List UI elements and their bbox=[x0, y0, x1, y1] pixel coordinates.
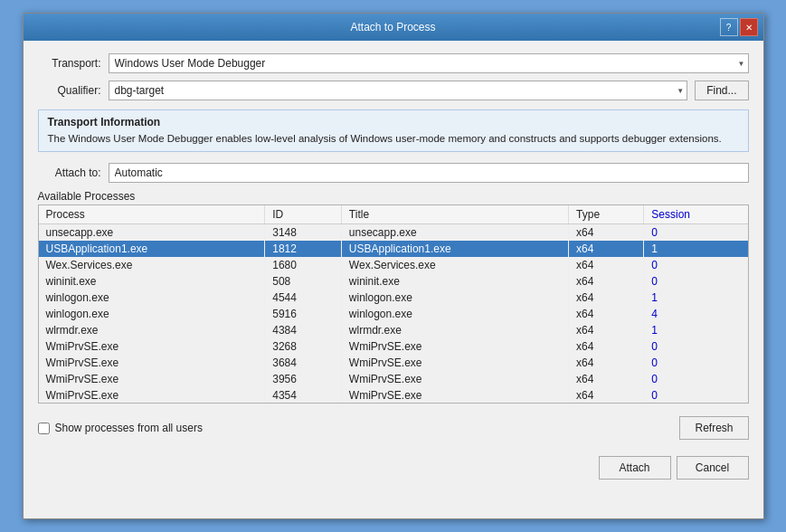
bottom-row: Show processes from all users Refresh bbox=[38, 416, 749, 440]
table-header: Process ID Title Type Session bbox=[39, 205, 748, 224]
transport-dropdown-wrapper: Windows User Mode Debugger ▼ bbox=[109, 53, 749, 73]
attach-to-row: Attach to: bbox=[38, 163, 749, 183]
transport-label: Transport: bbox=[38, 57, 101, 70]
qualifier-label: Qualifier: bbox=[38, 84, 101, 97]
cell-process: USBApplication1.exe bbox=[39, 241, 265, 257]
col-title: Title bbox=[341, 205, 568, 224]
cell-process: WmiPrvSE.exe bbox=[39, 387, 265, 404]
action-buttons: Attach Cancel bbox=[38, 456, 749, 480]
cell-title: wlrmdr.exe bbox=[341, 322, 568, 338]
cell-process: wininit.exe bbox=[39, 273, 265, 290]
cell-id: 3148 bbox=[265, 224, 342, 242]
available-processes-label: Available Processes bbox=[38, 190, 749, 203]
table-row[interactable]: Wex.Services.exe 1680 Wex.Services.exe x… bbox=[39, 257, 748, 273]
process-table-body: unsecapp.exe 3148 unsecapp.exe x64 0 USB… bbox=[39, 224, 748, 404]
cell-title: Wex.Services.exe bbox=[341, 257, 568, 273]
qualifier-dropdown-wrapper: dbg-target ▼ bbox=[109, 81, 688, 100]
col-process: Process bbox=[39, 205, 265, 224]
table-row[interactable]: WmiPrvSE.exe 3684 WmiPrvSE.exe x64 0 bbox=[39, 355, 748, 371]
cell-process: unsecapp.exe bbox=[39, 224, 265, 242]
cell-session: 1 bbox=[644, 290, 748, 306]
cell-type: x64 bbox=[569, 387, 644, 404]
available-processes-section: Available Processes Process ID Title Typ… bbox=[38, 190, 749, 404]
attach-to-input[interactable] bbox=[109, 163, 749, 183]
cell-type: x64 bbox=[569, 273, 644, 290]
close-button[interactable]: ✕ bbox=[740, 18, 758, 36]
col-type: Type bbox=[569, 205, 644, 224]
cell-type: x64 bbox=[569, 224, 644, 242]
dialog-body: Transport: Windows User Mode Debugger ▼ … bbox=[24, 41, 763, 518]
transport-row: Transport: Windows User Mode Debugger ▼ bbox=[38, 53, 749, 73]
show-all-row: Show processes from all users bbox=[38, 422, 203, 434]
cell-type: x64 bbox=[569, 355, 644, 371]
refresh-button[interactable]: Refresh bbox=[679, 416, 748, 440]
cell-title: winlogon.exe bbox=[341, 290, 568, 306]
table-row[interactable]: WmiPrvSE.exe 3268 WmiPrvSE.exe x64 0 bbox=[39, 338, 748, 355]
cell-id: 4384 bbox=[265, 322, 342, 338]
cell-title: WmiPrvSE.exe bbox=[341, 355, 568, 371]
cell-id: 4544 bbox=[265, 290, 342, 306]
cell-title: unsecapp.exe bbox=[341, 224, 568, 242]
cell-session: 0 bbox=[644, 355, 748, 371]
cell-id: 3684 bbox=[265, 355, 342, 371]
table-row[interactable]: WmiPrvSE.exe 4354 WmiPrvSE.exe x64 0 bbox=[39, 387, 748, 404]
cell-id: 4354 bbox=[265, 387, 342, 404]
cell-session: 4 bbox=[644, 306, 748, 322]
cell-process: WmiPrvSE.exe bbox=[39, 355, 265, 371]
cell-id: 1680 bbox=[265, 257, 342, 273]
attach-to-label: Attach to: bbox=[38, 166, 101, 179]
table-row[interactable]: winlogon.exe 4544 winlogon.exe x64 1 bbox=[39, 290, 748, 306]
cell-process: WmiPrvSE.exe bbox=[39, 338, 265, 355]
attach-button[interactable]: Attach bbox=[599, 456, 671, 480]
attach-to-process-dialog: Attach to Process ? ✕ Transport: Windows… bbox=[23, 13, 764, 519]
table-row[interactable]: winlogon.exe 5916 winlogon.exe x64 4 bbox=[39, 306, 748, 322]
cell-id: 5916 bbox=[265, 306, 342, 322]
cell-title: wininit.exe bbox=[341, 273, 568, 290]
cancel-button[interactable]: Cancel bbox=[677, 456, 749, 480]
cell-session: 1 bbox=[644, 322, 748, 338]
show-all-label: Show processes from all users bbox=[55, 422, 203, 434]
cell-process: winlogon.exe bbox=[39, 290, 265, 306]
cell-type: x64 bbox=[569, 306, 644, 322]
cell-title: USBApplication1.exe bbox=[341, 241, 568, 257]
process-table: Process ID Title Type Session unsecapp.e… bbox=[39, 205, 748, 404]
process-table-container[interactable]: Process ID Title Type Session unsecapp.e… bbox=[38, 204, 749, 404]
cell-title: WmiPrvSE.exe bbox=[341, 387, 568, 404]
title-bar: Attach to Process ? ✕ bbox=[24, 14, 763, 41]
cell-id: 3956 bbox=[265, 371, 342, 387]
cell-session: 0 bbox=[644, 387, 748, 404]
cell-session: 0 bbox=[644, 371, 748, 387]
cell-type: x64 bbox=[569, 338, 644, 355]
transport-info-box: Transport Information The Windows User M… bbox=[38, 109, 749, 152]
table-row[interactable]: USBApplication1.exe 1812 USBApplication1… bbox=[39, 241, 748, 257]
cell-session: 0 bbox=[644, 224, 748, 242]
cell-process: WmiPrvSE.exe bbox=[39, 371, 265, 387]
cell-process: wlrmdr.exe bbox=[39, 322, 265, 338]
dialog-title: Attach to Process bbox=[350, 21, 435, 33]
cell-session: 0 bbox=[644, 273, 748, 290]
cell-id: 3268 bbox=[265, 338, 342, 355]
cell-type: x64 bbox=[569, 371, 644, 387]
find-button[interactable]: Find... bbox=[695, 81, 748, 100]
transport-info-title: Transport Information bbox=[48, 116, 739, 128]
cell-title: WmiPrvSE.exe bbox=[341, 338, 568, 355]
table-row[interactable]: unsecapp.exe 3148 unsecapp.exe x64 0 bbox=[39, 224, 748, 242]
table-row[interactable]: wlrmdr.exe 4384 wlrmdr.exe x64 1 bbox=[39, 322, 748, 338]
qualifier-dropdown[interactable]: dbg-target bbox=[109, 81, 688, 100]
cell-title: winlogon.exe bbox=[341, 306, 568, 322]
table-row[interactable]: wininit.exe 508 wininit.exe x64 0 bbox=[39, 273, 748, 290]
qualifier-row: Qualifier: dbg-target ▼ Find... bbox=[38, 81, 749, 100]
col-session: Session bbox=[644, 205, 748, 224]
col-id: ID bbox=[265, 205, 342, 224]
cell-type: x64 bbox=[569, 322, 644, 338]
table-row[interactable]: WmiPrvSE.exe 3956 WmiPrvSE.exe x64 0 bbox=[39, 371, 748, 387]
cell-session: 1 bbox=[644, 241, 748, 257]
show-all-checkbox[interactable] bbox=[38, 423, 50, 434]
cell-title: WmiPrvSE.exe bbox=[341, 371, 568, 387]
cell-process: Wex.Services.exe bbox=[39, 257, 265, 273]
help-button[interactable]: ? bbox=[720, 18, 738, 36]
cell-session: 0 bbox=[644, 338, 748, 355]
transport-dropdown[interactable]: Windows User Mode Debugger bbox=[109, 53, 749, 73]
cell-process: winlogon.exe bbox=[39, 306, 265, 322]
transport-info-text: The Windows User Mode Debugger enables l… bbox=[48, 131, 739, 146]
